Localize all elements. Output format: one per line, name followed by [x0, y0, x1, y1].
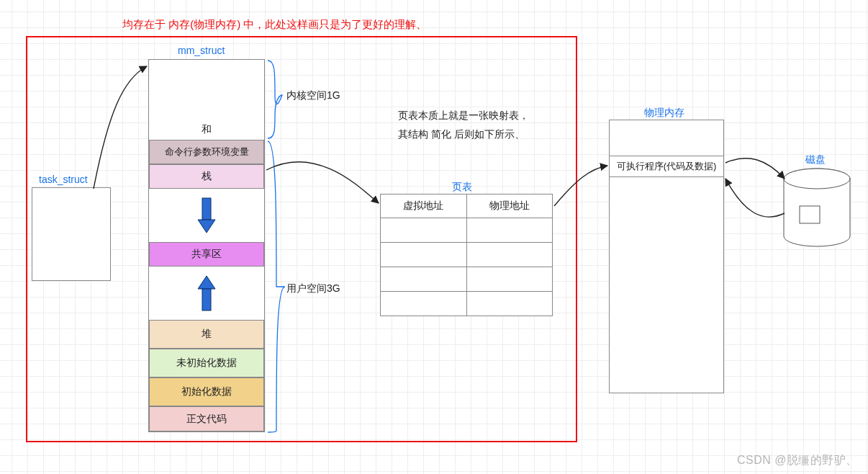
mm-struct-title: mm_struct [178, 45, 225, 56]
page-table-col-physical: 物理地址 [467, 194, 553, 218]
page-table-cell [380, 218, 467, 243]
top-annotation: 均存在于 内存(物理内存) 中，此处这样画只是为了更好的理解、 [122, 18, 427, 32]
svg-rect-0 [202, 198, 211, 220]
task-struct-title: task_struct [39, 174, 88, 185]
disk-title: 磁盘 [805, 153, 826, 166]
seg-stack: 栈 [149, 164, 264, 189]
page-table-desc2: 其结构 简化 后则如下所示、 [398, 128, 525, 141]
phys-mem-title: 物理内存 [644, 107, 684, 120]
seg-data: 初始化数据 [149, 377, 264, 406]
svg-marker-2 [198, 276, 215, 289]
page-table-desc1: 页表本质上就是一张映射表， [398, 109, 529, 122]
svg-marker-1 [198, 220, 215, 233]
seg-text: 正文代码 [149, 406, 264, 431]
mm-sep-label: 和 [149, 122, 264, 137]
seg-bss: 未初始化数据 [149, 349, 264, 377]
seg-cmdline-env: 命令行参数环境变量 [149, 140, 264, 164]
page-table-cell [380, 267, 467, 292]
page-table-col-virtual: 虚拟地址 [380, 194, 467, 218]
watermark: CSDN @脱缰的野驴、 [737, 453, 858, 468]
svg-point-5 [784, 169, 850, 189]
page-table-cell [467, 218, 553, 243]
user-space-label: 用户空间3G [286, 282, 340, 295]
seg-shared: 共享区 [149, 242, 264, 267]
page-table-cell [467, 267, 553, 292]
svg-rect-3 [202, 289, 211, 310]
page-table: 虚拟地址 物理地址 [380, 194, 553, 316]
phys-mem-exe: 可执行程序(代码及数据) [610, 156, 723, 177]
page-table-cell [380, 292, 467, 316]
task-struct-box [32, 187, 111, 281]
arrow-down-icon [192, 195, 221, 236]
arrow-up-gap [149, 267, 264, 320]
disk-icon [781, 167, 853, 254]
page-table-cell [467, 292, 553, 316]
arrow-down-gap [149, 189, 264, 242]
kernel-space-label: 内核空间1G [286, 89, 340, 102]
seg-heap: 堆 [149, 320, 264, 349]
page-table-cell [467, 243, 553, 267]
page-table-title: 页表 [452, 181, 472, 194]
svg-rect-6 [800, 206, 820, 223]
arrow-up-icon [192, 273, 221, 313]
page-table-cell [380, 243, 467, 267]
